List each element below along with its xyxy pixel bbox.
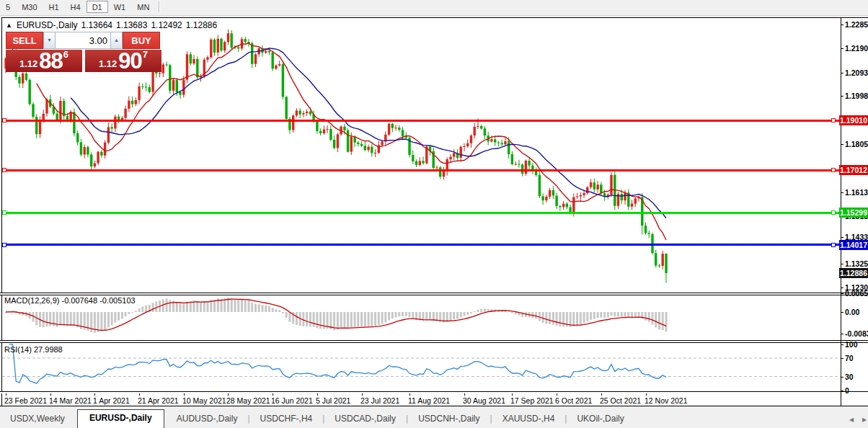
date-axis-label: 30 Aug 2021 [463,396,505,405]
macd-axis-tick [841,293,843,294]
date-axis-label: 1 Apr 2021 [93,396,130,405]
price-axis-tick [841,48,843,49]
chart-ohlc-title: ▲EURUSD-,Daily1.136641.136831.124921.128… [6,20,217,30]
horizontal-level-line-1.1901[interactable] [2,120,840,122]
chart-symbol-label: EURUSD-,Daily [17,20,78,30]
ask-price-prefix: 1.12 [99,57,117,71]
macd-axis-label: 0.006503 [845,289,868,298]
chart-tab-ukoil-daily[interactable]: UKOil-,Daily [567,411,634,428]
price-badge-1.14017: 1.14017 [839,240,868,250]
macd-label: MACD(12,26,9) -0.007648 -0.005103 [4,296,136,305]
macd-axis-label: 0.00 [845,308,859,316]
price-axis-tick [841,264,843,264]
bar-open-value: 1.13664 [81,20,112,30]
sell-button[interactable]: SELL [6,32,43,49]
horizontal-level-line-1.15299[interactable] [2,212,840,214]
date-axis-tick [512,393,513,396]
date-axis-label: 10 May 2021 [182,396,226,405]
rsi-value: 27.9988 [34,345,63,354]
rsi-axis-label: 100 [845,340,858,349]
bar-low-value: 1.12492 [151,20,182,30]
date-axis-tick [557,393,557,396]
volume-increase-button[interactable]: ▲ [110,32,123,49]
rsi-axis-tick [841,358,843,359]
one-click-collapse-icon[interactable]: ▲ [6,22,12,29]
bid-price-display[interactable]: 1.12886 [6,50,82,72]
price-axis-tick [841,144,843,145]
price-badge-1.19010: 1.19010 [839,115,868,125]
chart-tab-usdcad-daily[interactable]: USDCAD-,Daily [324,411,406,428]
tab-scroll-right-icon[interactable]: ▶ [862,416,867,423]
date-axis-label: 25 Oct 2021 [600,396,641,405]
macd-values: -0.007648 -0.005103 [61,296,135,305]
date-axis-tick [6,393,6,396]
chart-tab-usdx-weekly[interactable]: USDX,Weekly [0,411,75,428]
price-axis-tick [841,96,843,97]
rsi-axis-label: 70 [845,354,854,362]
trading-terminal: 5M30H1H4D1W1MN 1.228551.219051.209301.19… [0,0,868,428]
bid-price-point: 6 [63,50,68,59]
date-axis-tick [94,393,95,396]
price-axis-label: 1.16130 [845,188,868,197]
macd-axis-tick [841,334,843,334]
price-axis-label: 1.21905 [845,44,868,53]
bid-price-prefix: 1.12 [19,57,37,71]
volume-input[interactable] [56,32,110,49]
price-axis-label: 1.20930 [845,68,868,77]
price-badge-1.12886: 1.12886 [839,268,868,278]
date-axis-label: 23 Jul 2021 [360,396,399,405]
line-handle[interactable] [2,168,6,172]
bar-close-value: 1.12886 [186,20,217,30]
price-axis-tick [841,287,843,288]
bar-high-value: 1.13683 [116,20,147,30]
date-axis-tick [601,393,602,396]
date-axis-tick [464,393,465,396]
chart-tab-eurusd-daily[interactable]: EURUSD-,Daily [77,409,164,428]
line-handle[interactable] [831,243,836,247]
rsi-axis-label: 0 [845,386,849,395]
date-axis-tick [273,393,273,396]
date-axis-tick [139,393,140,396]
chart-tab-usdcnh-daily[interactable]: USDCNH-,Daily [408,411,490,428]
rsi-axis-label: 30 [845,373,854,381]
ask-price-pips: 90 [118,51,141,71]
date-axis-label: 12 Nov 2021 [645,396,688,405]
line-handle[interactable] [2,118,6,122]
price-axis-tick [841,237,843,238]
date-axis-tick [184,393,185,396]
date-axis-label: 14 Mar 2021 [49,396,92,405]
date-axis-label: 17 Sep 2021 [510,396,554,405]
line-handle[interactable] [831,118,836,122]
ask-price-display[interactable]: 1.12907 [85,50,161,72]
line-handle[interactable] [2,243,6,247]
horizontal-level-line-1.17012[interactable] [2,169,840,171]
chart-tab-usdchf-h4[interactable]: USDCHF-,H4 [250,411,323,428]
horizontal-level-line-1.14017[interactable] [2,244,840,246]
ask-price-point: 7 [143,50,148,59]
date-axis-label: 28 May 2021 [226,396,270,405]
price-axis-label: 1.18055 [845,140,868,148]
line-handle[interactable] [2,210,6,215]
rsi-axis-tick [841,344,843,345]
date-axis-tick [228,393,229,396]
price-badge-1.17012: 1.17012 [839,165,868,175]
chart-tab-xauusd-h4[interactable]: XAUUSD-,H4 [492,411,565,428]
line-handle[interactable] [831,168,836,172]
price-axis-label: 1.19980 [845,92,868,100]
chart-tab-audusd-daily[interactable]: AUDUSD-,Daily [167,411,248,428]
date-axis-tick [362,393,363,396]
volume-decrease-button[interactable]: ▼ [43,32,56,49]
rsi-label: RSI(14) 27.9988 [4,345,63,354]
price-axis-tick [841,24,843,25]
price-axis-label: 1.22855 [845,20,868,29]
one-click-trading-panel: SELL ▼ ▲ BUY 1.12886 1.12907 [6,32,161,72]
date-axis-label: 21 Apr 2021 [138,396,179,405]
price-axis-tick [841,73,843,73]
buy-button[interactable]: BUY [123,32,160,49]
date-axis-label: 6 Oct 2021 [555,396,592,405]
price-axis-label: 1.13255 [845,259,868,268]
line-handle[interactable] [831,210,836,215]
date-axis-label: 16 Jun 2021 [271,396,313,405]
date-axis-tick [50,393,51,396]
tab-scroll-left-icon[interactable]: ◀ [849,416,854,423]
